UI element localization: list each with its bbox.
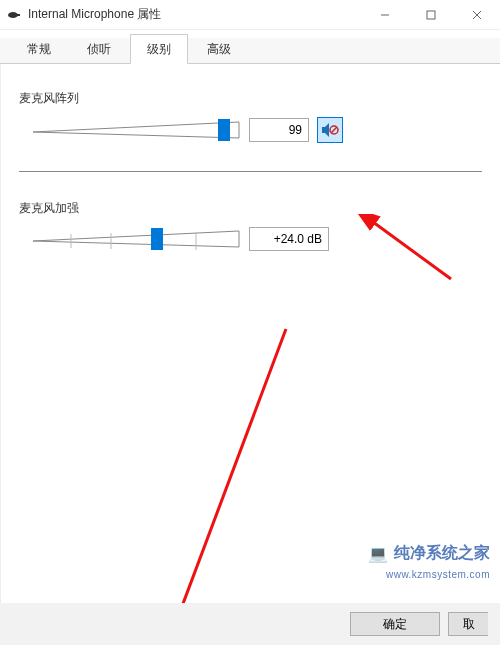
speaker-muted-icon bbox=[321, 121, 339, 139]
mute-button[interactable] bbox=[317, 117, 343, 143]
svg-line-15 bbox=[166, 329, 286, 645]
tab-levels[interactable]: 级别 bbox=[130, 34, 188, 64]
tab-listen[interactable]: 侦听 bbox=[70, 34, 128, 64]
maximize-button[interactable] bbox=[408, 0, 454, 29]
svg-marker-6 bbox=[33, 122, 239, 138]
mic-array-row: 99 bbox=[31, 117, 490, 143]
boost-slider[interactable] bbox=[31, 227, 241, 251]
svg-marker-11 bbox=[33, 231, 239, 247]
svg-rect-3 bbox=[427, 11, 435, 19]
window-title: Internal Microphone 属性 bbox=[28, 6, 362, 23]
divider bbox=[19, 171, 482, 172]
slider-thumb[interactable] bbox=[151, 228, 163, 250]
boost-label: 麦克风加强 bbox=[19, 200, 490, 217]
annotation-arrow-ok bbox=[121, 324, 301, 645]
cancel-button[interactable]: 取 bbox=[448, 612, 488, 636]
mic-array-slider[interactable] bbox=[31, 118, 241, 142]
svg-rect-1 bbox=[17, 14, 20, 16]
mic-icon bbox=[6, 7, 22, 23]
levels-panel: 麦克风阵列 99 麦克风加强 bbox=[0, 64, 500, 604]
caption-buttons bbox=[362, 0, 500, 29]
close-button[interactable] bbox=[454, 0, 500, 29]
minimize-button[interactable] bbox=[362, 0, 408, 29]
boost-row: +24.0 dB bbox=[31, 227, 490, 251]
slider-thumb[interactable] bbox=[218, 119, 230, 141]
annotation-arrow-mute bbox=[291, 214, 461, 294]
mic-array-label: 麦克风阵列 bbox=[19, 90, 490, 107]
boost-value[interactable]: +24.0 dB bbox=[249, 227, 329, 251]
watermark-url: www.kzmsystem.com bbox=[386, 569, 490, 580]
tab-advanced[interactable]: 高级 bbox=[190, 34, 248, 64]
tab-general[interactable]: 常规 bbox=[10, 34, 68, 64]
watermark: 💻 纯净系统之家 bbox=[368, 543, 490, 564]
titlebar: Internal Microphone 属性 bbox=[0, 0, 500, 30]
svg-point-0 bbox=[8, 12, 18, 18]
dialog-buttons: 确定 取 bbox=[0, 603, 500, 645]
mic-array-value[interactable]: 99 bbox=[249, 118, 309, 142]
svg-line-9 bbox=[331, 127, 336, 132]
tab-bar: 常规 侦听 级别 高级 bbox=[0, 30, 500, 64]
svg-marker-7 bbox=[322, 123, 329, 137]
ok-button[interactable]: 确定 bbox=[350, 612, 440, 636]
